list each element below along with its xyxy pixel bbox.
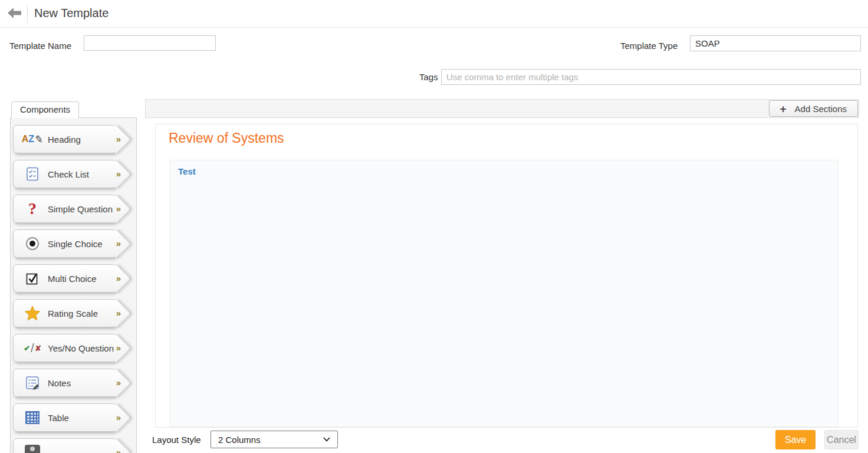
template-name-label: Template Name (9, 41, 71, 51)
section-body: Test (170, 160, 839, 427)
drag-chevron-icon: » (116, 203, 120, 214)
add-sections-label: Add Sections (795, 104, 847, 114)
component-label: Check List (48, 169, 89, 179)
template-type-label: Template Type (620, 41, 678, 51)
save-button[interactable]: Save (775, 430, 816, 449)
checkbox-icon (19, 271, 45, 285)
radio-button-icon (19, 237, 45, 250)
yes-no-icon: ✔/✘ (19, 341, 45, 355)
top-bar: New Template (0, 0, 868, 28)
page-title: New Template (34, 6, 108, 20)
question-mark-icon: ? (19, 199, 45, 218)
cancel-button[interactable]: Cancel (824, 430, 859, 449)
notes-pencil-icon (19, 375, 45, 390)
back-button[interactable] (8, 8, 23, 19)
builder-toolbar: + Add Sections (145, 99, 859, 118)
component-item-multi-choice[interactable]: Multi Choice » (13, 264, 117, 293)
component-label: Table (48, 413, 69, 423)
component-label: Multi Choice (48, 274, 97, 284)
component-label: Yes/No Question (48, 343, 114, 353)
component-label: Rating Scale (48, 308, 98, 319)
component-label: Simple Question (48, 204, 113, 214)
check-list-icon (19, 166, 45, 182)
template-type-input[interactable] (690, 35, 861, 51)
layout-style-label: Layout Style (152, 435, 201, 445)
layout-style-select[interactable]: 2 Columns (211, 431, 338, 448)
component-label: Single Choice (48, 239, 103, 249)
component-item-check-list[interactable]: Check List » (13, 160, 117, 188)
components-panel: AZ✎ Heading » Check List » (10, 117, 137, 453)
drag-chevron-icon: » (116, 238, 120, 248)
component-label: Heading (48, 134, 81, 145)
heading-az-pencil-icon: AZ✎ (19, 133, 45, 146)
drag-chevron-icon: » (116, 134, 120, 144)
drag-chevron-icon: » (116, 378, 120, 388)
component-item-yes-no-question[interactable]: ✔/✘ Yes/No Question » (13, 334, 117, 362)
component-item-notes[interactable]: Notes » (13, 369, 117, 397)
tags-label: Tags (419, 72, 438, 82)
topbar-divider (27, 5, 28, 23)
section-title[interactable]: Review of Systems (169, 130, 284, 146)
layout-style-value: 2 Columns (218, 435, 261, 445)
drag-chevron-icon: » (116, 273, 120, 283)
component-item-single-choice[interactable]: Single Choice » (13, 229, 117, 258)
component-label: Notes (48, 378, 71, 388)
drag-chevron-icon: » (116, 169, 120, 179)
template-name-input[interactable] (84, 35, 216, 51)
section-card: Review of Systems Test (155, 124, 858, 428)
section-item-test[interactable]: Test (178, 166, 196, 176)
component-item-table[interactable]: Table » (13, 403, 117, 432)
component-item-partial[interactable]: » (13, 438, 117, 453)
chevron-down-icon (323, 437, 330, 442)
drag-chevron-icon: » (116, 412, 120, 422)
add-sections-button[interactable]: + Add Sections (769, 100, 859, 117)
drag-chevron-icon: » (116, 343, 120, 353)
components-list: AZ✎ Heading » Check List » (11, 118, 136, 453)
star-icon (19, 306, 45, 321)
drag-chevron-icon: » (116, 308, 120, 318)
image-icon (19, 445, 45, 453)
drag-chevron-icon: » (116, 447, 120, 453)
plus-icon: + (780, 103, 787, 114)
tags-input[interactable] (441, 69, 861, 85)
tab-components[interactable]: Components (11, 101, 79, 118)
components-sidebar: Components AZ✎ Heading » (10, 101, 137, 453)
component-item-simple-question[interactable]: ? Simple Question » (13, 195, 117, 223)
table-grid-icon (19, 411, 45, 425)
component-item-rating-scale[interactable]: Rating Scale » (13, 299, 117, 327)
component-item-heading[interactable]: AZ✎ Heading » (13, 125, 117, 153)
back-arrow-icon (8, 8, 22, 18)
